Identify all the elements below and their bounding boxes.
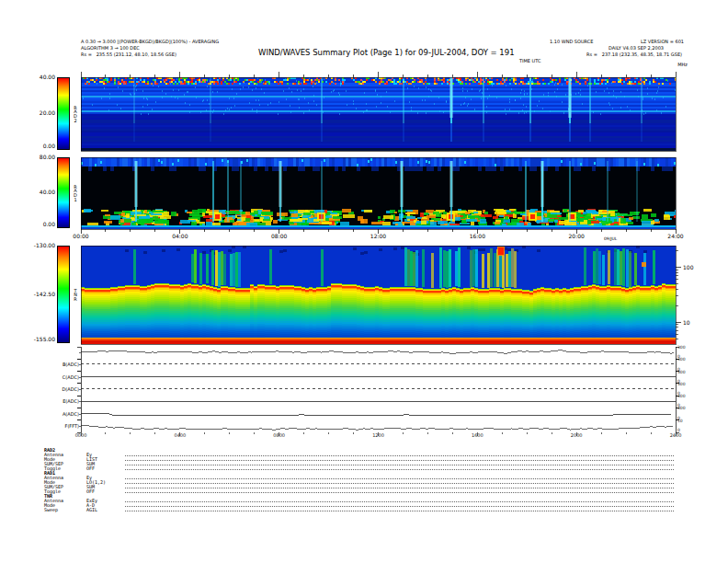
strip-noisy-line (81, 350, 674, 354)
panel-frame (81, 246, 676, 344)
strip-step-line (81, 414, 671, 416)
strip-axis-label: 1200 (372, 433, 384, 438)
strip-axis-label: 0000 (75, 433, 87, 438)
strip-right-max-label: 300 (677, 346, 686, 350)
time-axis-label: 04:00 (172, 234, 188, 239)
time-axis-label: 20:00 (569, 234, 585, 239)
strip-right-max-label: 300 (677, 407, 686, 411)
tnr-right-tick-label: 10 (683, 320, 690, 326)
panel-frame (81, 77, 676, 151)
time-axis-label: 16:00 (470, 234, 485, 239)
strip-axis-label: 1600 (472, 433, 483, 438)
axes-overlay (0, 0, 728, 563)
strip-noisy-line (81, 425, 673, 430)
strip-label: D(ADC) (42, 387, 79, 392)
strip-axis-label: 2000 (571, 433, 583, 438)
time-axis-label: 24:00 (667, 234, 683, 239)
time-axis-label: 08:00 (271, 234, 287, 239)
strip-right-max-label: 300 (677, 395, 686, 399)
strip-label: C(ADC) (42, 375, 79, 380)
tnr-right-tick-label: 100 (683, 265, 693, 270)
strip-right-max-label: 300 (677, 383, 686, 387)
panel-frame (81, 157, 676, 229)
strip-right-max-label: 10 (677, 419, 683, 424)
strip-axis-label: 0400 (174, 433, 186, 438)
strip-right-max-label: 300 (677, 358, 686, 362)
strip-label: A(ADC) (42, 412, 79, 417)
strip-right-max-label: 300 (677, 371, 686, 375)
time-axis-label: 00:00 (73, 234, 88, 239)
strip-axis-label: 0800 (273, 433, 285, 438)
strip-label: B(ADC) (42, 362, 79, 367)
wind-waves-summary-page: A 0.30 → 3.000 [(POWER-BKGD)/BKGD](100%)… (0, 0, 728, 563)
strip-label: E(ADC) (42, 399, 79, 404)
strip-label: F(FFT) (42, 424, 79, 429)
time-axis-label: 12:00 (370, 234, 386, 239)
strip-axis-label: 2400 (670, 433, 682, 438)
